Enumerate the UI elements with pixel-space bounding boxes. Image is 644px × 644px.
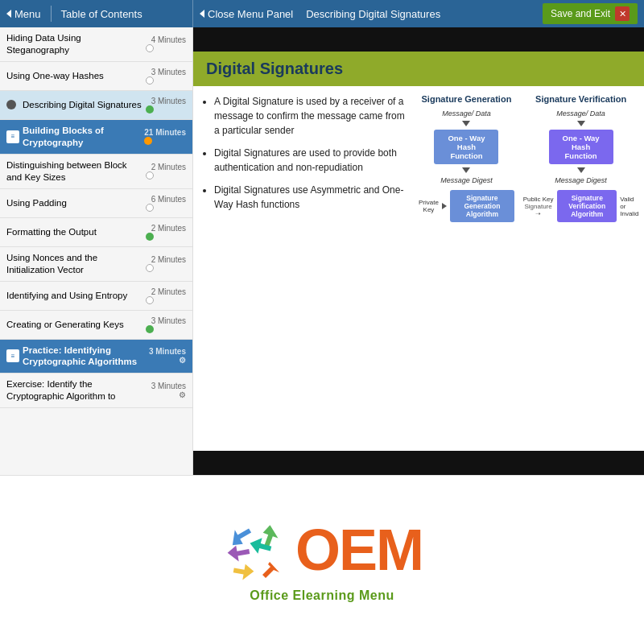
- svg-marker-0: [226, 523, 254, 548]
- gen-data-label: Message/ Data: [442, 109, 491, 118]
- slide-body: A Digital Signature is used by a receive…: [193, 86, 644, 451]
- sidebar-section-building-blocks[interactable]: ≡ Building Blocks of Cryptography 21 Min…: [0, 120, 192, 155]
- arrow-down-icon: [462, 121, 470, 126]
- ver-bottom-row: Public KeySignature ➝ SignatureVerificat…: [522, 190, 639, 222]
- item-label: Exercise: Identify the Cryptographic Alg…: [6, 378, 142, 402]
- item-minutes: 2 Minutes: [146, 287, 186, 304]
- logo-area: OEM Office Elearning Menu: [0, 475, 644, 644]
- save-exit-button[interactable]: Save and Exit ✕: [543, 3, 638, 24]
- ver-digest-label: Message Digest: [555, 176, 607, 184]
- toc-label: Table of Contents: [61, 8, 142, 20]
- diagram-verification-col: Signature Verification Message/ Data One…: [522, 94, 639, 443]
- status-dot-green: [146, 233, 154, 241]
- slide-black-bottom: [193, 451, 644, 475]
- sidebar-item-formatting[interactable]: Formatting the Output 2 Minutes: [0, 218, 192, 247]
- arrow-down-icon: [462, 167, 470, 173]
- nav-left-panel: Menu Table of Contents: [0, 0, 193, 27]
- svg-marker-3: [232, 562, 254, 581]
- chevron-left-icon: [6, 10, 11, 18]
- main-area: Hiding Data Using Steganography 4 Minute…: [0, 27, 644, 475]
- top-nav-bar: Menu Table of Contents Close Menu Panel …: [0, 0, 644, 27]
- status-dot-green: [146, 105, 154, 114]
- item-minutes: 3 Minutes⚙: [146, 347, 186, 365]
- sidebar-item-digital-signatures[interactable]: Describing Digital Signatures 3 Minutes: [0, 91, 192, 120]
- active-dot-icon: [6, 100, 16, 109]
- item-minutes: 21 Minutes: [144, 128, 186, 145]
- oem-text-group: OEM: [295, 521, 423, 579]
- slide-black-top: [193, 27, 644, 52]
- item-label: Creating or Generating Keys: [6, 319, 142, 331]
- status-dot-empty: [146, 204, 154, 212]
- chevron-left-icon2: [200, 10, 204, 18]
- slide-title: Digital Signatures: [206, 60, 631, 78]
- sidebar: Hiding Data Using Steganography 4 Minute…: [0, 27, 193, 475]
- slide-area: Digital Signatures A Digital Signature i…: [193, 27, 644, 475]
- sidebar-item-entropy[interactable]: Identifying and Using Entropy 2 Minutes: [0, 282, 192, 311]
- slide-title-nav: Describing Digital Signatures: [306, 8, 440, 20]
- verification-title: Signature Verification: [535, 94, 626, 104]
- generation-title: Signature Generation: [422, 94, 512, 104]
- valid-invalid-label: Valid orInvalid: [620, 196, 639, 217]
- item-minutes: 3 Minutes: [146, 97, 186, 114]
- save-exit-label: Save and Exit: [551, 8, 610, 19]
- arrow-right-icon: [442, 203, 447, 209]
- sidebar-item-generating-keys[interactable]: Creating or Generating Keys 3 Minutes: [0, 311, 192, 340]
- item-minutes: 3 Minutes⚙: [146, 382, 186, 399]
- section-icon: ≡: [6, 130, 19, 143]
- ver-data-label: Message/ Data: [556, 109, 605, 118]
- gen-hash-box: One - WayHash Function: [434, 130, 498, 164]
- gear-icon2: ⚙: [179, 390, 186, 399]
- sidebar-item-padding[interactable]: Using Padding 6 Minutes: [0, 189, 192, 218]
- item-minutes: 3 Minutes: [146, 316, 186, 333]
- oem-icon: [221, 518, 286, 582]
- private-key-label: PrivateKey: [419, 199, 439, 213]
- gen-algo-box: SignatureGenerationAlgorithm: [450, 190, 514, 222]
- nav-divider: [51, 6, 52, 22]
- sidebar-item-hiding-data[interactable]: Hiding Data Using Steganography 4 Minute…: [0, 27, 192, 62]
- public-key-label: Public KeySignature ➝: [522, 196, 554, 217]
- status-dot-empty: [146, 76, 154, 85]
- item-minutes: 2 Minutes: [146, 224, 186, 241]
- bullet-1: A Digital Signature is used by a receive…: [214, 94, 411, 138]
- status-dot-orange: [144, 137, 152, 145]
- sidebar-section-practice[interactable]: ≡ Practice: Identifying Cryptographic Al…: [0, 340, 192, 374]
- close-menu-button[interactable]: Close Menu Panel: [200, 8, 293, 20]
- slide-diagram: Signature Generation Message/ Data One -…: [419, 94, 639, 443]
- ver-algo-box: SignatureVerificationAlgorithm: [557, 190, 617, 222]
- bullet-3: Digital Signatures use Asymmetric and On…: [214, 183, 411, 212]
- oem-subtitle: Office Elearning Menu: [250, 588, 394, 603]
- item-minutes: 4 Minutes: [146, 35, 186, 52]
- sidebar-item-exercise[interactable]: Exercise: Identify the Cryptographic Alg…: [0, 374, 192, 408]
- status-dot-empty: [146, 44, 154, 52]
- gen-bottom-row: PrivateKey SignatureGenerationAlgorithm: [419, 190, 514, 222]
- sidebar-item-nonces[interactable]: Using Nonces and the Initialization Vect…: [0, 247, 192, 282]
- oem-logo-svg: [221, 518, 286, 582]
- item-label: Using Padding: [6, 197, 142, 209]
- sidebar-item-one-way-hashes[interactable]: Using One-way Hashes 3 Minutes: [0, 62, 192, 91]
- arrow-down-icon: [577, 167, 585, 173]
- item-minutes: 3 Minutes: [146, 68, 186, 85]
- status-dot-empty: [146, 264, 154, 272]
- nav-right-panel: Close Menu Panel Describing Digital Sign…: [193, 0, 644, 27]
- menu-label: Menu: [14, 8, 41, 20]
- item-label: Describing Digital Signatures: [23, 99, 142, 111]
- sidebar-item-distinguishing[interactable]: Distinguishing between Block and Key Siz…: [0, 155, 192, 189]
- item-label: Identifying and Using Entropy: [6, 290, 142, 302]
- bullet-2: Digital Signatures are used to provide b…: [214, 146, 411, 175]
- svg-marker-4: [226, 543, 250, 563]
- menu-button[interactable]: Menu: [6, 8, 41, 20]
- status-dot-empty: [146, 296, 154, 304]
- section-icon: ≡: [6, 349, 19, 362]
- item-minutes: 6 Minutes: [146, 195, 186, 212]
- slide-header: Digital Signatures: [193, 52, 644, 86]
- item-label: Using Nonces and the Initialization Vect…: [6, 252, 142, 276]
- oem-letters: OEM: [295, 521, 423, 579]
- logo-container: OEM: [221, 518, 423, 582]
- item-minutes: 2 Minutes: [146, 163, 186, 180]
- gen-digest-label: Message Digest: [440, 176, 493, 184]
- item-label: Hiding Data Using Steganography: [6, 32, 142, 56]
- item-label: Using One-way Hashes: [6, 70, 142, 82]
- slide-bullets: A Digital Signature is used by a receive…: [201, 94, 411, 443]
- item-label: Formatting the Output: [6, 226, 142, 238]
- close-x-icon[interactable]: ✕: [615, 6, 630, 21]
